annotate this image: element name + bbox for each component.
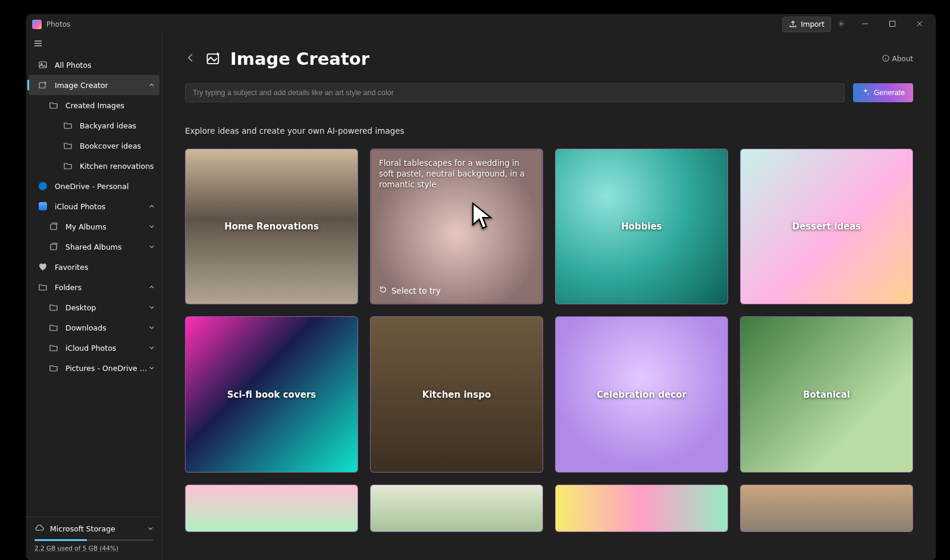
folder-icon [63,141,73,150]
maximize-icon [889,20,896,29]
close-button[interactable] [906,14,933,34]
sidebar-item-myalbums[interactable]: My Albums [29,216,159,237]
idea-card[interactable] [370,485,543,532]
storage-bar [35,539,153,541]
card-caption: Kitchen inspo [371,389,543,400]
sidebar-item-desktop[interactable]: Desktop [29,297,159,317]
card-caption: Hobbies [556,221,728,232]
sidebar-item-all-photos[interactable]: All Photos [29,55,159,75]
card-description: Floral tablescapes for a wedding in soft… [379,158,534,190]
chevron-down-icon [149,243,155,251]
folder-icon [49,323,58,332]
settings-button[interactable] [831,14,851,34]
idea-card[interactable]: Hobbies [555,149,728,304]
idea-card[interactable]: Celebration decor [555,316,728,472]
sidebar-item-label: OneDrive - Personal [55,182,155,191]
sidebar-item-onedrive[interactable]: OneDrive - Personal [29,176,159,196]
image-creator-icon [205,51,222,67]
app-title: Photos [46,20,70,29]
sidebar-item-label: Image Creator [55,81,149,90]
card-caption: Botanical [741,389,913,400]
heart-icon [38,262,48,272]
card-caption: Sci-fi book covers [186,389,358,400]
sidebar-item-favorites[interactable]: Favorites [29,257,159,277]
album-icon [49,222,58,231]
storage-panel[interactable]: Microsoft Storage 2.2 GB used of 5 GB (4… [26,517,162,560]
import-icon [789,20,797,30]
select-to-try[interactable]: Select to try [379,285,441,295]
about-link[interactable]: About [882,55,913,64]
storage-label: Microsoft Storage [50,524,115,533]
card-background [371,485,543,531]
generate-button[interactable]: Generate [853,83,913,102]
chevron-up-icon [149,202,155,211]
idea-card[interactable] [555,485,728,532]
sidebar-item-label: iCloud Photos [55,202,149,211]
close-icon [916,20,923,29]
idea-card[interactable] [185,485,358,532]
sidebar-item-folders[interactable]: Folders [29,277,159,297]
sidebar-item-backyard[interactable]: Backyard ideas [29,115,159,136]
sidebar-item-sharedalbums[interactable]: Shared Albums [29,237,159,257]
sidebar-item-label: Kitchen renovations [80,162,155,171]
sparkle-icon [861,88,870,98]
storage-subtext: 2.2 GB used of 5 GB (44%) [35,545,153,552]
idea-card[interactable]: Floral tablescapes for a wedding in soft… [370,149,543,304]
sidebar: All PhotosImage CreatorCreated ImagesBac… [26,34,162,560]
card-background [186,485,358,531]
chevron-down-icon [148,524,153,533]
svg-rect-6 [51,244,57,250]
idea-card[interactable]: Dessert ideas [740,149,913,304]
back-button[interactable] [185,53,197,65]
replay-icon [379,285,387,295]
idea-card[interactable] [740,485,913,532]
svg-rect-4 [39,83,45,88]
idea-card[interactable]: Home Renovations [185,149,358,304]
idea-card[interactable]: Sci-fi book covers [185,316,358,472]
import-button[interactable]: Import [782,17,831,32]
sidebar-item-icloud[interactable]: iCloud Photos [29,196,159,216]
folder-icon [38,282,48,292]
card-background [556,485,728,531]
sidebar-item-created[interactable]: Created Images [29,95,159,115]
maximize-button[interactable] [879,14,906,34]
folder-icon [49,100,58,110]
sidebar-item-label: My Albums [65,222,149,231]
info-icon [882,55,889,64]
svg-rect-2 [39,62,46,68]
sidebar-item-bookcover[interactable]: Bookcover ideas [29,136,159,156]
sidebar-item-picsod[interactable]: Pictures - OneDrive Personal [29,358,159,378]
svg-rect-5 [51,224,57,229]
hamburger-button[interactable] [26,34,162,55]
main-panel: Image Creator About Generate [162,34,936,560]
page-title: Image Creator [230,49,369,69]
sidebar-item-label: Folders [55,283,149,292]
idea-card[interactable]: Botanical [740,316,913,472]
sidebar-item-image-creator[interactable]: Image Creator [29,75,159,95]
sidebar-item-label: All Photos [55,61,155,70]
folder-icon [63,121,73,130]
hamburger-icon [33,39,43,51]
card-caption: Home Renovations [186,221,358,232]
sidebar-item-kitchenreno[interactable]: Kitchen renovations [29,156,159,176]
import-label: Import [801,20,824,29]
sidebar-item-label: Pictures - OneDrive Personal [65,364,149,373]
sidebar-item-label: Favorites [55,263,155,272]
sidebar-item-downloads[interactable]: Downloads [29,317,159,338]
chevron-down-icon [149,303,155,312]
card-caption: Celebration decor [556,389,728,400]
ideas-grid: Home RenovationsFloral tablescapes for a… [185,149,913,532]
photo-icon [38,60,48,70]
prompt-input[interactable] [185,83,845,102]
storage-fill [35,539,87,541]
sidebar-item-label: Backyard ideas [80,121,155,130]
card-background [741,485,913,531]
sidebar-item-label: Created Images [65,101,155,110]
sidebar-item-icloudf[interactable]: iCloud Photos [29,338,159,358]
minimize-button[interactable] [851,14,879,34]
chevron-up-icon [149,81,155,90]
idea-card[interactable]: Kitchen inspo [370,316,543,472]
folder-icon [49,303,58,312]
minimize-icon [861,20,869,29]
chevron-down-icon [149,364,155,373]
